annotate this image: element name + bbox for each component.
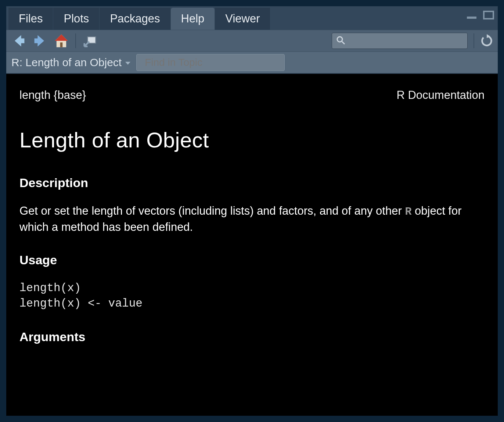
r-glyph: R [405, 205, 411, 218]
maximize-pane-icon[interactable] [482, 10, 495, 20]
pane-tabs: Files Plots Packages Help Viewer [6, 6, 498, 30]
tab-help[interactable]: Help [171, 8, 215, 30]
home-icon[interactable] [53, 33, 69, 49]
breadcrumb-label: R: Length of an Object [11, 56, 122, 69]
tab-plots[interactable]: Plots [53, 8, 100, 30]
find-in-topic-input[interactable] [136, 54, 285, 71]
separator [474, 33, 474, 48]
tab-label: Plots [64, 12, 89, 25]
topic-tag: length {base} [19, 89, 86, 102]
help-search-box[interactable] [332, 33, 468, 49]
svg-rect-1 [484, 11, 493, 19]
section-heading-arguments: Arguments [19, 330, 485, 344]
section-heading-description: Description [19, 176, 485, 190]
chevron-down-icon [125, 62, 130, 65]
tab-viewer[interactable]: Viewer [215, 8, 270, 30]
help-breadcrumb: R: Length of an Object [6, 52, 498, 74]
tab-packages[interactable]: Packages [100, 8, 170, 30]
tab-label: Packages [110, 12, 160, 25]
svg-line-5 [342, 42, 345, 44]
help-toolbar [6, 30, 498, 52]
help-search-input[interactable] [348, 36, 464, 46]
minimize-pane-icon[interactable] [465, 10, 478, 20]
forward-icon[interactable] [32, 33, 48, 49]
doc-source-label: R Documentation [396, 89, 485, 102]
popout-icon[interactable] [82, 33, 98, 49]
description-text: Get or set the length of vectors (includ… [19, 203, 485, 235]
section-heading-usage: Usage [19, 253, 485, 267]
search-icon [336, 35, 345, 46]
tab-label: Files [19, 12, 43, 25]
svg-point-4 [337, 37, 342, 42]
tab-label: Viewer [225, 12, 260, 25]
help-content: length {base} R Documentation Length of … [6, 74, 498, 416]
back-icon[interactable] [11, 33, 27, 49]
usage-code: length(x) length(x) <- value [19, 280, 485, 311]
separator [75, 33, 76, 48]
breadcrumb-title[interactable]: R: Length of an Object [11, 56, 130, 69]
refresh-icon[interactable] [480, 34, 493, 47]
svg-rect-0 [467, 17, 476, 19]
tab-files[interactable]: Files [8, 8, 53, 30]
svg-rect-2 [60, 42, 63, 47]
tab-label: Help [181, 12, 205, 25]
page-title: Length of an Object [19, 128, 485, 152]
